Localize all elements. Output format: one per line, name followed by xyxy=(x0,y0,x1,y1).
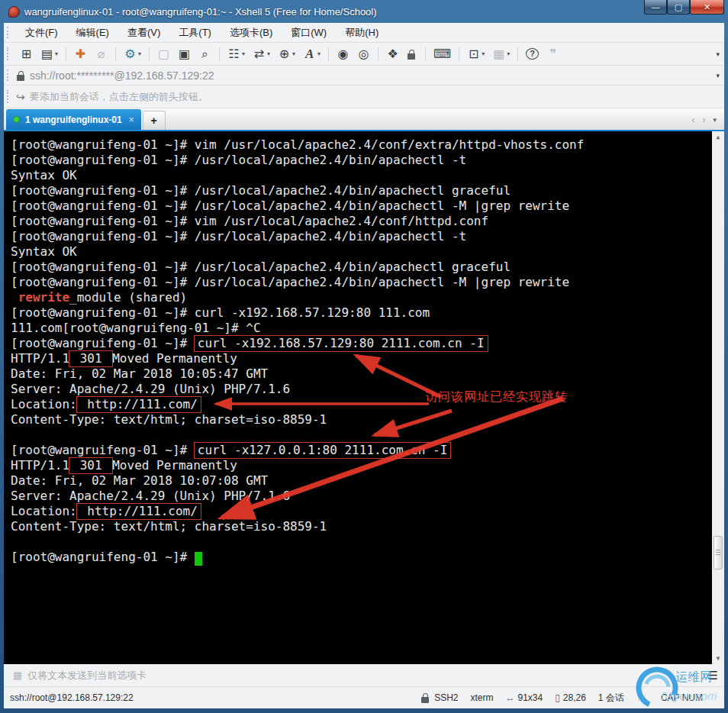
help-button[interactable]: ? xyxy=(522,45,543,63)
terminal-text: [root@wangruifeng-01 ~]# xyxy=(11,443,195,457)
add-session-arrow-icon[interactable]: ↪ xyxy=(16,91,25,103)
terminal-text: [root@wangruifeng-01 ~]# /usr/local/apac… xyxy=(11,275,569,289)
terminal-line: [root@wangruifeng-01 ~]# curl -x127.0.0.… xyxy=(11,443,709,458)
terminal-line: HTTP/1.1 301 Moved Permanently xyxy=(11,458,709,473)
infobar-grip[interactable] xyxy=(7,90,10,103)
virtual-keyboard-button[interactable]: ⌨ xyxy=(430,45,455,63)
maximize-button[interactable]: ▢ xyxy=(667,0,690,15)
toolbar-separator xyxy=(219,47,220,61)
cursor-position-icon: ▯ xyxy=(555,692,560,703)
terminal-text: Syntax OK xyxy=(11,168,77,182)
send-mode-icon[interactable]: ▦ xyxy=(13,669,22,681)
session-properties-dropdown-icon[interactable]: ▾ xyxy=(138,51,141,57)
terminal-line: Location: http://111.com/ xyxy=(11,504,709,519)
address-dropdown-icon[interactable]: ▾ xyxy=(716,72,720,79)
session-properties-button[interactable]: ⚙▾ xyxy=(120,45,145,63)
terminal-line xyxy=(11,427,709,443)
web-browser-button[interactable]: ⊕▾ xyxy=(274,45,299,63)
menubar-grip[interactable] xyxy=(7,27,10,38)
terminal-cursor xyxy=(195,552,202,566)
session-tab[interactable]: 1 wangruifenglinux-01 × xyxy=(6,109,141,130)
terminal-line: Content-Type: text/html; charset=iso-885… xyxy=(11,519,709,534)
minimize-button[interactable]: — xyxy=(644,0,667,15)
lock-screen-icon xyxy=(407,53,415,60)
terminal-text: [root@wangruifeng-01 ~]# vim /usr/local/… xyxy=(11,137,584,152)
lock-screen-button[interactable] xyxy=(403,45,421,63)
open-session-icon: ▤ xyxy=(40,48,53,60)
fullscreen-icon: ❖ xyxy=(386,48,399,60)
send-bar-menu-icon[interactable]: ☰ xyxy=(708,669,718,682)
protocol-lock-icon xyxy=(421,697,429,703)
addressbar-grip[interactable] xyxy=(7,69,10,81)
status-size: ↔ 91x34 xyxy=(506,692,543,703)
status-protocol: SSH2 xyxy=(420,692,458,703)
connection-url[interactable]: ssh://root:*********@192.168.57.129:22 xyxy=(30,69,214,82)
highlight-set-button[interactable]: ◎ xyxy=(353,45,374,63)
resize-icon: ↔ xyxy=(506,692,515,703)
highlight-set-icon: ◎ xyxy=(357,48,370,60)
new-tab-button[interactable]: + xyxy=(143,111,166,130)
title-bar: wangruifenglinux-01 - root@wangruifeng-0… xyxy=(4,0,724,23)
terminal[interactable]: [root@wangruifeng-01 ~]# vim /usr/local/… xyxy=(4,131,724,664)
toolbar-grip[interactable] xyxy=(7,47,10,60)
scroll-down-icon[interactable]: ▼ xyxy=(717,655,720,662)
print-dropdown-icon[interactable]: ▾ xyxy=(242,51,245,57)
tab-scroll-right-icon[interactable]: › xyxy=(702,115,705,125)
terminal-scrollbar[interactable]: ▲ ▼ xyxy=(712,131,724,664)
print-button[interactable]: ☷▾ xyxy=(224,45,249,63)
find-icon: ⌕ xyxy=(198,48,211,60)
web-browser-dropdown-icon[interactable]: ▾ xyxy=(292,51,295,57)
menu-view[interactable]: 查看(V) xyxy=(118,23,169,42)
terminal-line: [root@wangruifeng-01 ~]# /usr/local/apac… xyxy=(11,153,709,168)
tab-close-icon[interactable]: × xyxy=(129,115,134,125)
terminal-text: Date: Fri, 02 Mar 2018 10:07:08 GMT xyxy=(11,473,268,488)
find-button[interactable]: ⌕ xyxy=(195,45,215,63)
terminal-output: [root@wangruifeng-01 ~]# vim /usr/local/… xyxy=(4,131,724,565)
menu-help[interactable]: 帮助(H) xyxy=(336,23,388,42)
font-dropdown-icon[interactable]: ▾ xyxy=(317,51,321,57)
new-tab-dropdown-icon[interactable]: ▾ xyxy=(482,51,485,57)
terminal-line: Syntax OK xyxy=(11,168,709,183)
terminal-line: [root@wangruifeng-01 ~]# xyxy=(11,550,709,565)
scrollbar-thumb[interactable] xyxy=(714,536,723,569)
fullscreen-button[interactable]: ❖ xyxy=(382,45,403,63)
annotation-box: http://111.com/ xyxy=(76,396,201,413)
tile-windows-dropdown-icon[interactable]: ▾ xyxy=(507,51,510,57)
session-properties-icon: ⚙ xyxy=(124,48,137,60)
compose-pane-button[interactable]: ◉ xyxy=(333,45,353,63)
session-tab-label: 1 wangruifenglinux-01 xyxy=(25,115,122,125)
connect-button[interactable]: ✚ xyxy=(70,45,91,63)
new-tab-button[interactable]: ⊡▾ xyxy=(463,45,488,63)
new-session-button[interactable]: ⊞ xyxy=(16,45,37,63)
menu-tools[interactable]: 工具(T) xyxy=(169,23,221,42)
open-session-dropdown-icon[interactable]: ▾ xyxy=(55,51,58,57)
terminal-line xyxy=(11,534,709,550)
menu-edit[interactable]: 编辑(E) xyxy=(67,23,118,42)
feedback-button[interactable]: ❞ xyxy=(543,45,563,63)
tile-windows-button[interactable]: ▦▾ xyxy=(488,45,514,63)
terminal-line: Server: Apache/2.4.29 (Unix) PHP/7.1.6 xyxy=(11,382,709,397)
status-terminal-type[interactable]: xterm xyxy=(471,692,494,703)
tab-list-dropdown-icon[interactable]: ▾ xyxy=(713,116,717,124)
annotation-note: 访问该网址已经实现跳转 xyxy=(425,389,568,405)
toolbar-overflow-icon[interactable]: ▾ xyxy=(716,50,720,58)
close-button[interactable]: ✕ xyxy=(690,0,724,15)
duplicate-session-button[interactable]: ▢ xyxy=(153,45,174,63)
toolbar-separator xyxy=(459,47,459,61)
disconnect-button[interactable]: ⌀ xyxy=(91,45,111,63)
menu-file[interactable]: 文件(F) xyxy=(16,23,67,42)
session-nav-arrows-icon[interactable]: ↑↓ xyxy=(636,692,649,703)
paste-button[interactable]: ▣ xyxy=(174,45,195,63)
open-session-button[interactable]: ▤▾ xyxy=(37,45,62,63)
transfer-dropdown-icon[interactable]: ▾ xyxy=(267,51,270,57)
font-button[interactable]: A▾ xyxy=(299,45,324,63)
terminal-text: [root@wangruifeng-01 ~]# /usr/local/apac… xyxy=(11,183,511,198)
scroll-up-icon[interactable]: ▲ xyxy=(717,134,720,140)
menu-tab[interactable]: 选项卡(B) xyxy=(221,23,282,42)
terminal-text: HTTP/1.1 xyxy=(11,351,69,366)
terminal-text: Syntax OK xyxy=(11,244,77,259)
transfer-button[interactable]: ⇄▾ xyxy=(249,45,274,63)
menu-window[interactable]: 窗口(W) xyxy=(282,23,336,42)
font-icon: A xyxy=(303,47,316,60)
tab-scroll-left-icon[interactable]: ‹ xyxy=(691,115,694,125)
